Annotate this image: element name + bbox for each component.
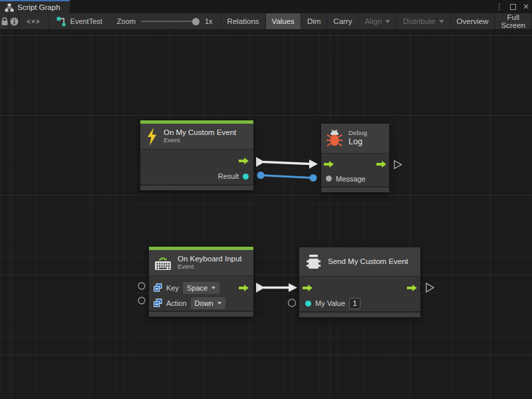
connection-arrowhead <box>289 283 297 292</box>
node-header[interactable]: On My Custom Event Event <box>140 124 253 150</box>
zoom-label: Zoom <box>117 17 136 25</box>
flow-input-arrow-icon[interactable] <box>303 285 313 291</box>
fullscreen-button[interactable]: Full Screen <box>495 13 532 29</box>
graph-toolbar: <×> EventTest Zoom 1x Relations Values D… <box>0 13 532 30</box>
node-header-text: On Keyboard Input Event <box>178 255 242 271</box>
flow-output-arrow-icon[interactable] <box>407 285 417 291</box>
flow-output-port-empty[interactable] <box>394 161 402 169</box>
overview-button[interactable]: Overview <box>450 13 495 29</box>
flow-port-row <box>299 281 420 295</box>
zoom-value: 1x <box>205 17 213 25</box>
message-port-row: Message <box>321 171 389 186</box>
result-value-port[interactable] <box>243 174 249 180</box>
my-value-input[interactable]: 1 <box>349 298 360 309</box>
relations-label: Relations <box>227 17 259 25</box>
carry-button[interactable]: Carry <box>327 13 358 29</box>
align-button[interactable]: Align <box>358 13 396 29</box>
zoom-slider-handle[interactable] <box>192 18 200 25</box>
action-port-row: Action Down <box>149 296 253 310</box>
value-connection-end[interactable] <box>310 174 317 182</box>
node-send-my-custom-event[interactable]: Send My Custom Event My Value 1 <box>299 247 421 318</box>
fullscreen-label: Full Screen <box>501 13 525 29</box>
lightning-bolt-icon <box>146 128 158 146</box>
zoom-slider[interactable] <box>141 17 200 26</box>
result-port-row: Result <box>140 168 253 184</box>
align-label: Align <box>364 17 382 25</box>
graph-breadcrumb[interactable]: EventTest <box>49 13 109 29</box>
value-input-port-empty[interactable] <box>289 299 296 307</box>
overview-label: Overview <box>457 17 489 25</box>
relations-button[interactable]: Relations <box>221 13 265 29</box>
info-button[interactable] <box>9 13 19 29</box>
node-subtitle: Event <box>178 263 242 271</box>
caret-down-icon <box>439 20 444 23</box>
distribute-button[interactable]: Distribute <box>396 13 450 29</box>
flow-connection[interactable] <box>263 162 311 164</box>
node-body: My Value 1 <box>299 277 420 311</box>
toolbar-buttons: Relations Values Dim Carry Align Distrib… <box>221 13 532 29</box>
values-button[interactable]: Values <box>265 13 301 29</box>
code-view-button[interactable]: <×> <box>19 13 48 29</box>
code-glyph: <×> <box>27 18 41 25</box>
value-input-port-empty[interactable] <box>138 297 145 304</box>
flow-output-arrow-icon[interactable] <box>239 285 249 291</box>
key-label: Key <box>166 284 179 292</box>
flow-output-arrow-icon[interactable] <box>239 158 249 164</box>
key-dropdown[interactable]: Space <box>183 282 219 294</box>
value-input-port-empty[interactable] <box>138 283 145 289</box>
value-connection[interactable] <box>261 176 313 178</box>
graph-canvas[interactable]: On My Custom Event Event Result <box>0 30 532 398</box>
window-controls: ⋮ ✕ <box>495 0 529 13</box>
caret-down-icon <box>385 20 390 23</box>
script-graph-icon <box>5 3 14 12</box>
node-header[interactable]: Debug Log <box>321 124 389 154</box>
connections-overlay <box>0 30 532 398</box>
flow-port-row <box>321 157 389 171</box>
node-supertitle: Debug <box>348 130 367 137</box>
window-menu-icon[interactable]: ⋮ <box>495 0 503 13</box>
caret-down-icon <box>217 302 221 305</box>
keyboard-icon <box>154 255 172 271</box>
flow-output-arrow-icon[interactable] <box>376 161 386 168</box>
my-value-port[interactable] <box>305 301 311 307</box>
flow-output-port-empty[interactable] <box>426 283 434 292</box>
node-debug-log[interactable]: Debug Log Message <box>321 123 390 193</box>
node-subtitle: Event <box>164 137 236 144</box>
flow-input-arrow-icon[interactable] <box>324 161 334 168</box>
key-port-row: Key Space <box>149 281 253 295</box>
close-icon[interactable]: ✕ <box>523 0 529 13</box>
bug-icon <box>327 129 342 148</box>
node-title: Send My Custom Event <box>328 257 408 266</box>
node-header-text: Send My Custom Event <box>328 257 408 266</box>
message-value-port[interactable] <box>326 176 332 182</box>
action-dropdown-value: Down <box>195 299 213 307</box>
graph-name: EventTest <box>70 17 102 25</box>
node-header[interactable]: Send My Custom Event <box>299 247 420 277</box>
lock-icon <box>1 17 9 26</box>
node-footer <box>149 311 253 317</box>
zoom-control: Zoom 1x <box>109 13 219 29</box>
node-on-keyboard-input[interactable]: On Keyboard Input Event Key Space <box>148 246 254 317</box>
node-header[interactable]: On Keyboard Input Event <box>149 250 253 276</box>
action-dropdown[interactable]: Down <box>191 297 225 309</box>
caret-down-icon <box>211 287 215 289</box>
value-connection-start[interactable] <box>257 172 265 179</box>
node-header-text: On My Custom Event Event <box>164 128 236 144</box>
node-body: Key Space Action <box>149 276 253 311</box>
info-icon <box>10 17 19 26</box>
maximize-icon[interactable] <box>510 4 516 10</box>
dim-button[interactable]: Dim <box>301 13 327 29</box>
action-label: Action <box>166 299 187 307</box>
enum-type-icon <box>154 299 162 307</box>
distribute-label: Distribute <box>403 17 436 25</box>
zoom-slider-track <box>141 21 197 22</box>
machine-icon <box>305 254 322 270</box>
lock-button[interactable] <box>0 13 9 29</box>
node-footer <box>321 186 389 192</box>
tab-label: Script Graph <box>17 3 61 11</box>
tab-script-graph[interactable]: Script Graph <box>0 0 70 13</box>
result-label: Result <box>218 172 239 180</box>
node-body: Message <box>321 154 389 186</box>
node-header-text: Debug Log <box>348 130 367 146</box>
node-on-my-custom-event[interactable]: On My Custom Event Event Result <box>140 120 254 191</box>
